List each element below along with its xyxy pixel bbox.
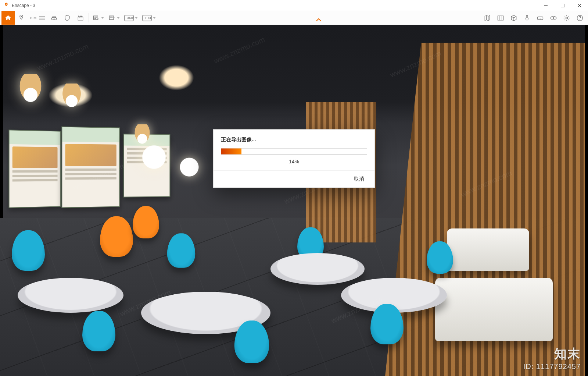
scene-chair [82,311,115,351]
pin-icon[interactable] [15,11,28,25]
cube-icon[interactable] [507,11,520,25]
toolbar-separator [89,13,89,22]
toolbar-spacer [158,11,481,25]
scene-pendant-lamp [18,74,43,104]
scene-booth-sofa [435,278,553,341]
progress-fill [221,148,241,154]
svg-point-4 [54,17,57,20]
window-title: Enscape - 3 [12,3,35,8]
scene-chair [370,304,404,344]
home-icon[interactable] [1,11,15,25]
scene-pendant-lamp [141,141,167,170]
chevron-down-icon [117,17,120,19]
vr-headset-icon[interactable] [534,11,547,25]
dialog-title: 正在导出图像... [221,136,367,143]
binoculars-icon[interactable] [47,11,61,25]
bim-button[interactable]: BIM [28,11,47,25]
eye-icon[interactable] [547,11,560,25]
scene-chair [12,230,45,271]
svg-point-2 [21,16,22,17]
scene-menu-poster [61,126,120,208]
manage-views-icon[interactable] [106,11,122,25]
bunny-icon[interactable] [520,11,534,25]
chevron-down-icon [153,17,156,19]
watermark-brand: 知末 [523,345,581,362]
progress-bar [221,148,367,155]
scene-pendant-lamp [179,154,200,178]
asset-library-icon[interactable] [494,11,507,25]
scene-chair [427,241,453,274]
pano-360-label: 360° [127,16,135,20]
app-icon [3,2,10,9]
svg-rect-5 [78,17,83,20]
scene-booth-sofa [447,228,529,270]
watermark-id: ID: 1117792457 [523,362,581,371]
toolbar-left: BIM 360° [1,11,158,25]
chevron-down-icon [101,17,104,19]
scene-pendant-lamp [61,84,83,109]
scene-table [270,253,365,285]
map-icon[interactable] [481,11,494,25]
exe-export-button[interactable]: EXE [140,11,158,25]
expand-toolbar-icon[interactable] [316,18,323,25]
bim-label: BIM [30,16,37,20]
exe-label: EXE [145,16,153,20]
clapper-icon[interactable] [74,11,87,25]
app-window: Enscape - 3 BIM [0,0,588,376]
scene-table [18,278,123,313]
svg-point-3 [51,17,54,20]
favorite-view-icon[interactable] [90,11,106,25]
minimize-button[interactable] [537,0,554,11]
svg-rect-1 [561,4,564,7]
scene-chair [167,233,196,268]
chevron-down-icon [135,17,138,19]
scene-menu-poster [8,130,61,208]
shield-icon[interactable] [61,11,74,25]
watermark: 知末 ID: 1117792457 [523,345,581,371]
export-progress-dialog: 正在导出图像... 14% 取消 [213,129,375,188]
help-icon[interactable] [573,11,587,25]
progress-percent: 14% [221,158,367,164]
close-button[interactable] [571,0,588,11]
toolbar-right [481,11,587,25]
gear-icon[interactable] [560,11,573,25]
scene-chair [133,206,159,238]
svg-rect-10 [498,16,503,20]
maximize-button[interactable] [554,0,571,11]
cancel-button[interactable]: 取消 [350,174,368,184]
render-viewport[interactable]: www.znzmo.com www.znzmo.com www.znzmo.co… [0,25,588,376]
svg-point-13 [566,17,568,19]
svg-point-15 [580,19,580,19]
pano-360-button[interactable]: 360° [122,11,140,25]
svg-rect-0 [544,5,548,6]
toolbar: BIM 360° [0,11,588,25]
scene-chair [234,320,269,363]
svg-point-12 [553,17,554,18]
titlebar: Enscape - 3 [0,0,588,11]
